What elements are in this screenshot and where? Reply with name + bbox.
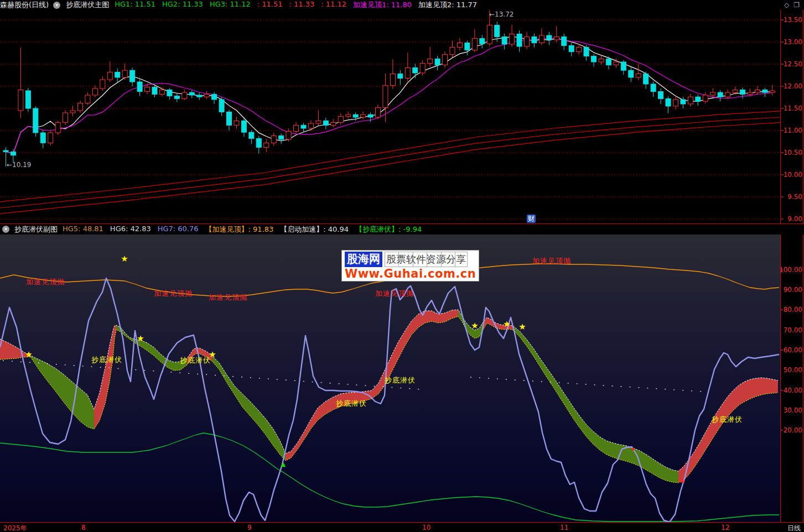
trading-app-window: { "title_bar": { "stock": "森赫股份(日线)", "p… bbox=[0, 0, 804, 532]
ma-slow-line bbox=[6, 38, 772, 153]
dotted-guide bbox=[470, 377, 703, 392]
band-yellow-line bbox=[0, 316, 778, 483]
star-icon: ★ bbox=[503, 319, 510, 329]
signal-label-band: 抄底潜伏 bbox=[385, 375, 416, 385]
diamond-icon[interactable]: ◇ bbox=[784, 1, 789, 9]
x-axis-bar: 日线 2025年89101112 bbox=[0, 523, 804, 532]
main-chart-header: 森赫股份(日线) ▾ 抄底潜伏主图 HG1: 11.51HG2: 11.33HG… bbox=[0, 0, 804, 10]
signal-label-band: 抄底潜伏 bbox=[91, 355, 122, 365]
x-axis-month-label: 10 bbox=[422, 524, 430, 531]
sub-indicator-title[interactable]: 抄底潜伏副图 bbox=[14, 225, 58, 234]
indicator-value: HG5: 48.81 bbox=[63, 225, 103, 234]
indicator-value: 【抄底潜伏】: -9.94 bbox=[355, 225, 422, 234]
collapse-circle-icon[interactable]: ▾ bbox=[2, 226, 9, 233]
band-segment bbox=[212, 356, 286, 461]
indicator-value: : 11.51 bbox=[257, 0, 283, 10]
band-segment bbox=[94, 325, 116, 429]
sub-chart-header: ▾ 抄底潜伏副图 HG5: 48.81HG6: 42.83HG7: 60.76【… bbox=[0, 224, 804, 234]
x-axis-month-label: 12 bbox=[721, 524, 729, 531]
star-icon: ★ bbox=[121, 254, 128, 264]
watermark-url: Www.Guhai.com.cn bbox=[345, 267, 476, 280]
signal-label-top: 加速见顶抛 bbox=[209, 293, 247, 302]
stock-title[interactable]: 森赫股份(日线) bbox=[0, 0, 49, 10]
watermark-slogan: 股票软件资源分享 bbox=[385, 252, 468, 267]
indicator-value: : 11.12 bbox=[321, 0, 346, 10]
info-badge[interactable]: 财 bbox=[527, 215, 536, 223]
high-price-annotation: ←13.72 bbox=[489, 11, 513, 18]
x-axis-month-label: 8 bbox=[81, 524, 86, 531]
star-icon: ★ bbox=[137, 333, 144, 343]
indicator-value: 【加速见顶】: 91.83 bbox=[205, 225, 274, 234]
x-axis-month-label: 2025年 bbox=[3, 524, 27, 532]
period-label[interactable]: 日线 bbox=[787, 524, 801, 532]
window-restore-icon[interactable]: ❐ bbox=[793, 1, 800, 9]
candles-layer bbox=[3, 10, 775, 166]
indicator-value: HG7: 60.76 bbox=[158, 225, 199, 234]
signal-label-band: 抄底潜伏 bbox=[336, 399, 367, 409]
signal-label-top: 加速见顶抛 bbox=[26, 277, 65, 287]
low-price-annotation: ←10.19 bbox=[7, 161, 31, 169]
signal-label-top: 加速见顶抛 bbox=[375, 289, 414, 299]
watermark: 股海网 股票软件资源分享 Www.Guhai.com.cn bbox=[341, 250, 479, 281]
indicator-value: 加速见顶2: 11.77 bbox=[418, 0, 477, 10]
main-header-values: HG1: 11.51HG2: 11.33HG3: 11.12: 11.51: 1… bbox=[115, 0, 484, 10]
indicator-value: : 11.33 bbox=[289, 0, 314, 10]
star-icon: ★ bbox=[518, 322, 526, 332]
titlebar-controls: ◇ ❐ bbox=[780, 0, 800, 10]
indicator-value: HG6: 42.83 bbox=[110, 225, 151, 234]
indicator-value: HG1: 11.51 bbox=[115, 0, 155, 10]
collapse-circle-icon[interactable]: ▾ bbox=[53, 2, 60, 9]
signal-label-top: 加速见顶抛 bbox=[154, 289, 193, 299]
signal-label-band: 抄底潜伏 bbox=[180, 356, 211, 366]
star-icon: ★ bbox=[471, 321, 478, 331]
purple-oscillator-line bbox=[0, 278, 779, 522]
indicator-value: 加速见顶1: 11.80 bbox=[353, 0, 412, 10]
red-triangle-icon: ▲ bbox=[680, 476, 685, 483]
indicator-value: HG3: 11.12 bbox=[210, 0, 251, 10]
x-axis-month-label: 11 bbox=[560, 524, 568, 531]
indicator-value: 【启动加速】: 40.94 bbox=[280, 225, 349, 234]
star-icon: ★ bbox=[25, 350, 32, 359]
main-indicator-title[interactable]: 抄底潜伏主图 bbox=[66, 0, 109, 10]
signal-label-band: 抄底潜伏 bbox=[712, 415, 743, 425]
indicator-value: HG2: 11.33 bbox=[162, 0, 203, 10]
signal-label-top: 加速见顶抛 bbox=[532, 256, 571, 266]
x-axis-month-label: 9 bbox=[247, 524, 252, 531]
watermark-brand: 股海网 bbox=[345, 252, 382, 267]
band-segment bbox=[678, 378, 778, 483]
main-chart bbox=[0, 20, 784, 219]
green-triangle-icon: ▲ bbox=[281, 461, 286, 468]
sub-header-values: HG5: 48.81HG6: 42.83HG7: 60.76【加速见顶】: 91… bbox=[63, 225, 428, 234]
band-segment bbox=[286, 310, 458, 461]
ma-fast-line bbox=[6, 37, 772, 154]
red-dot-icon bbox=[632, 448, 635, 451]
